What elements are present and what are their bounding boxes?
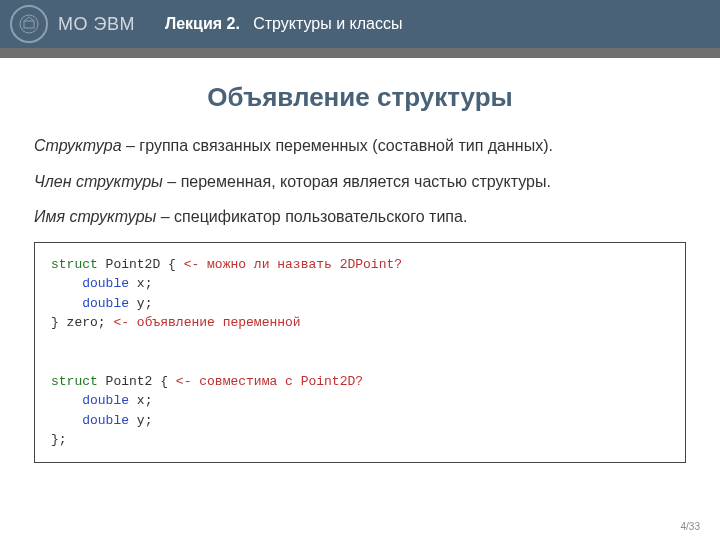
header-strip <box>0 48 720 58</box>
keyword-struct: struct <box>51 374 98 389</box>
definition-structure: Структура – группа связанных переменных … <box>34 135 686 157</box>
code-example: struct Point2D { <- можно ли назвать 2DP… <box>34 242 686 463</box>
term-name: Имя структуры <box>34 208 156 225</box>
code-indent <box>51 393 82 408</box>
code-comment: <- можно ли назвать 2DPoint? <box>184 257 402 272</box>
keyword-double: double <box>82 296 129 311</box>
code-text: Point2 { <box>98 374 176 389</box>
keyword-double: double <box>82 393 129 408</box>
code-indent <box>51 296 82 311</box>
content-area: Объявление структуры Структура – группа … <box>0 58 720 463</box>
svg-line-3 <box>29 17 34 21</box>
code-comment: <- объявление переменной <box>113 315 300 330</box>
code-text: x; <box>129 276 152 291</box>
code-comment: <- совместима с Point2D? <box>176 374 363 389</box>
def-structure-text: – группа связанных переменных (составной… <box>122 137 553 154</box>
svg-line-2 <box>24 17 29 21</box>
definition-name: Имя структуры – спецификатор пользовател… <box>34 206 686 228</box>
definition-member: Член структуры – переменная, которая явл… <box>34 171 686 193</box>
def-member-text: – переменная, которая является частью ст… <box>163 173 551 190</box>
code-text: Point2D { <box>98 257 184 272</box>
keyword-double: double <box>82 413 129 428</box>
code-text: y; <box>129 296 152 311</box>
code-text: } zero; <box>51 315 113 330</box>
page-number: 4/33 <box>681 521 700 532</box>
org-logo <box>10 5 48 43</box>
lecture-title: Лекция 2. Структуры и классы <box>165 15 403 33</box>
code-text: y; <box>129 413 152 428</box>
code-indent <box>51 276 82 291</box>
keyword-struct: struct <box>51 257 98 272</box>
org-name: МО ЭВМ <box>58 14 135 35</box>
slide-title: Объявление структуры <box>34 82 686 113</box>
def-name-text: – спецификатор пользовательского типа. <box>156 208 467 225</box>
term-structure: Структура <box>34 137 122 154</box>
keyword-double: double <box>82 276 129 291</box>
svg-point-0 <box>20 15 38 33</box>
lecture-name: Структуры и классы <box>253 15 402 32</box>
code-text: }; <box>51 432 67 447</box>
term-member: Член структуры <box>34 173 163 190</box>
code-text: x; <box>129 393 152 408</box>
lecture-prefix: Лекция 2. <box>165 15 240 32</box>
header-bar: МО ЭВМ Лекция 2. Структуры и классы <box>0 0 720 48</box>
code-indent <box>51 413 82 428</box>
svg-rect-1 <box>24 21 34 28</box>
